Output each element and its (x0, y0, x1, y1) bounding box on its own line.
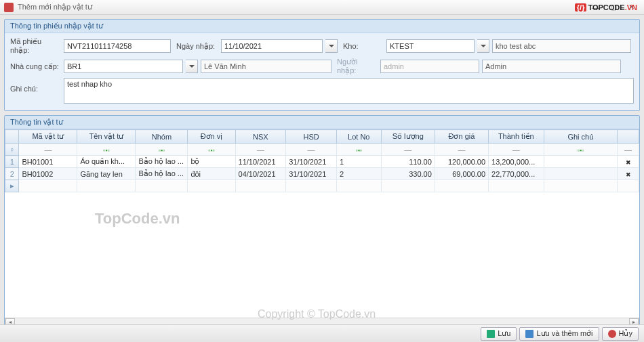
input-kho-code[interactable] (386, 39, 475, 53)
window-title: Thêm mới nhập vật tư (18, 3, 92, 12)
kho-dropdown-icon[interactable] (477, 39, 489, 53)
cancel-icon (608, 330, 616, 338)
input-ncc-code[interactable] (64, 60, 183, 73)
window-titlebar: Thêm mới nhập vật tư — ▢ ✕ (0, 0, 644, 15)
label-ghichu: Ghi chú: (10, 78, 61, 93)
input-kho-name (492, 39, 631, 53)
table-row[interactable]: 1BH01001Áo quần kh...Bảo hộ lao ...bộ11/… (5, 156, 639, 168)
minimize-button[interactable]: — (587, 3, 605, 12)
col-nhom[interactable]: Nhóm (136, 130, 188, 144)
label-ma-phieu: Mã phiếu nhập: (10, 37, 61, 55)
grid-filter-row[interactable]: ♀ — ▫▪▫ ▫▪▫ ▫▪▫ — — ▫▪▫ — — — ▫▪▫ (5, 144, 639, 156)
new-row-placeholder[interactable]: ▸ (5, 180, 639, 192)
close-button[interactable]: ✕ (622, 3, 640, 12)
textarea-ghichu[interactable]: test nhap kho (64, 78, 634, 104)
panel-receipt-info: Thông tin phiếu nhập vật tư Mã phiếu nhậ… (4, 19, 640, 111)
delete-row-icon[interactable] (618, 156, 639, 168)
cancel-button[interactable]: Hủy (602, 327, 639, 341)
delete-row-icon[interactable] (618, 168, 639, 180)
input-ma-phieu[interactable] (64, 39, 171, 53)
col-don-gia[interactable]: Đơn giá (435, 130, 488, 144)
col-hsd[interactable]: HSD (286, 130, 337, 144)
app-icon (4, 3, 14, 12)
label-ngay-nhap: Ngày nhập: (176, 42, 218, 51)
label-kho: Kho: (343, 42, 384, 50)
maximize-button[interactable]: ▢ (605, 3, 622, 12)
panel-material-title: Thông tin vật tư (5, 116, 639, 129)
label-ncc: Nhà cung cấp: (10, 62, 61, 71)
panel-receipt-title: Thông tin phiếu nhập vật tư (5, 20, 639, 33)
input-ncc-name (201, 60, 331, 73)
material-grid[interactable]: Mã vật tư Tên vật tư Nhóm Đơn vị NSX HSD… (5, 129, 639, 192)
col-don-vi[interactable]: Đơn vị (188, 130, 235, 144)
ncc-dropdown-icon[interactable] (186, 60, 198, 73)
footer-bar: Lưu Lưu và thêm mới Hủy (0, 324, 644, 342)
col-thanh-tien[interactable]: Thành tiền (489, 130, 544, 144)
input-nguoi-nhap-name (482, 60, 621, 73)
table-row[interactable]: 2BH01002Găng tay lenBảo hộ lao ...đôi04/… (5, 168, 639, 180)
date-dropdown-icon[interactable] (325, 39, 338, 53)
col-so-luong[interactable]: Số lượng (381, 130, 435, 144)
save-and-new-button[interactable]: Lưu và thêm mới (519, 327, 599, 341)
col-ma-vat-tu[interactable]: Mã vật tư (19, 130, 77, 144)
col-lot-no[interactable]: Lot No (336, 130, 381, 144)
grid-header-row: Mã vật tư Tên vật tư Nhóm Đơn vị NSX HSD… (5, 130, 639, 144)
col-ten-vat-tu[interactable]: Tên vật tư (77, 130, 136, 144)
col-ghi-chu[interactable]: Ghi chú (544, 130, 618, 144)
save-new-icon (525, 330, 534, 338)
panel-material-info: Thông tin vật tư Mã vật tư Tên vật tư (4, 115, 640, 328)
label-nguoi-nhap: Người nhập: (337, 58, 378, 75)
input-nguoi-nhap-code (380, 60, 479, 73)
save-button[interactable]: Lưu (481, 327, 517, 341)
input-ngay-nhap[interactable] (221, 39, 323, 53)
col-nsx[interactable]: NSX (235, 130, 286, 144)
save-icon (487, 330, 495, 338)
